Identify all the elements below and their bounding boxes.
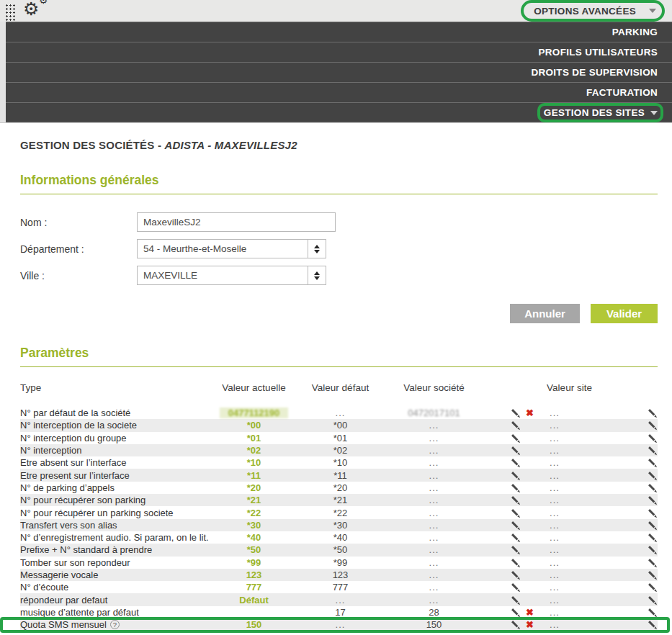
select-input[interactable]: 54 - Meurthe-et-Moselle bbox=[137, 239, 326, 258]
edit-pencil-icon[interactable] bbox=[510, 619, 521, 630]
edit-pencil-icon[interactable] bbox=[647, 582, 658, 593]
current-value: *99 bbox=[220, 557, 288, 568]
param-type: N° pour récupérer un parking societe bbox=[20, 508, 220, 518]
spinner-up-icon bbox=[314, 271, 320, 275]
edit-pencil-icon[interactable] bbox=[510, 544, 521, 555]
site-actions bbox=[569, 433, 658, 443]
site-value: ... bbox=[540, 407, 569, 418]
default-value: *50 bbox=[288, 544, 393, 555]
edit-pencil-icon[interactable] bbox=[647, 619, 658, 630]
spinner-control[interactable] bbox=[308, 266, 326, 284]
site-value: ... bbox=[540, 445, 569, 456]
chevron-down-icon bbox=[650, 111, 658, 115]
site-value: ... bbox=[540, 420, 569, 431]
field-label: Département : bbox=[20, 243, 137, 255]
select-input[interactable]: MAXEVILLE bbox=[137, 266, 326, 285]
param-type: Etre absent sur l’interface bbox=[20, 457, 220, 468]
edit-pencil-icon[interactable] bbox=[510, 470, 521, 481]
edit-pencil-icon[interactable] bbox=[510, 457, 521, 468]
cancel-button[interactable]: Annuler bbox=[510, 304, 580, 323]
delete-x-icon[interactable]: ✖ bbox=[526, 608, 534, 617]
edit-pencil-icon[interactable] bbox=[510, 407, 521, 418]
form-field: Département : 54 - Meurthe-et-Moselle bbox=[20, 239, 658, 258]
edit-pencil-icon[interactable] bbox=[510, 495, 521, 505]
table-row: musique d’attente par défaut 17 28 ✖ ... bbox=[20, 606, 658, 618]
menu-item[interactable]: FACTURATION bbox=[6, 82, 672, 102]
menu-item[interactable]: GESTION DES SITES bbox=[6, 102, 672, 122]
edit-pencil-icon[interactable] bbox=[510, 532, 521, 543]
menu-item[interactable]: DROITS DE SUPERVISION bbox=[6, 62, 672, 82]
edit-pencil-icon[interactable] bbox=[647, 532, 658, 543]
delete-x-icon[interactable]: ✖ bbox=[526, 408, 534, 418]
spinner-control[interactable] bbox=[308, 240, 326, 258]
edit-pencil-icon[interactable] bbox=[510, 607, 521, 618]
current-value: *40 bbox=[220, 532, 288, 543]
chevron-down-icon bbox=[649, 9, 656, 13]
edit-pencil-icon[interactable] bbox=[510, 508, 521, 518]
help-icon[interactable]: ? bbox=[110, 620, 120, 629]
edit-pencil-icon[interactable] bbox=[647, 407, 658, 418]
site-value: ... bbox=[540, 582, 569, 593]
form-field: Nom : bbox=[20, 212, 658, 232]
default-value: *40 bbox=[288, 532, 393, 543]
default-value: 17 bbox=[288, 607, 393, 618]
edit-pencil-icon[interactable] bbox=[510, 482, 521, 493]
site-value: ... bbox=[540, 532, 569, 543]
site-actions bbox=[569, 470, 658, 481]
edit-pencil-icon[interactable] bbox=[647, 457, 658, 468]
edit-pencil-icon[interactable] bbox=[510, 520, 521, 531]
spinner-down-icon bbox=[314, 250, 320, 253]
edit-pencil-icon[interactable] bbox=[647, 595, 658, 605]
settings-gears[interactable]: ⚙ ⚙ bbox=[23, 0, 55, 22]
site-value: ... bbox=[540, 495, 569, 505]
edit-pencil-icon[interactable] bbox=[647, 445, 658, 456]
parameters-table: Type Valeur actuelle Valeur défaut Valeu… bbox=[20, 382, 658, 631]
delete-x-icon[interactable]: ✖ bbox=[526, 620, 534, 629]
edit-pencil-icon[interactable] bbox=[510, 445, 521, 456]
default-value: 123 bbox=[288, 569, 393, 580]
section-divider bbox=[20, 194, 658, 194]
edit-pencil-icon[interactable] bbox=[647, 508, 658, 518]
menu-item[interactable]: PARKING bbox=[6, 22, 672, 42]
current-value: Défaut bbox=[220, 595, 288, 605]
param-type: N° par défaut de la société bbox=[20, 407, 220, 418]
edit-pencil-icon[interactable] bbox=[510, 433, 521, 443]
edit-pencil-icon[interactable] bbox=[647, 420, 658, 431]
edit-pencil-icon[interactable] bbox=[647, 520, 658, 531]
param-type: Messagerie vocale bbox=[20, 569, 220, 580]
edit-pencil-icon[interactable] bbox=[510, 557, 521, 568]
param-type: Prefixe + N° standard à prendre bbox=[20, 544, 220, 555]
edit-pencil-icon[interactable] bbox=[647, 495, 658, 505]
edit-pencil-icon[interactable] bbox=[510, 420, 521, 431]
edit-pencil-icon[interactable] bbox=[647, 433, 658, 443]
company-value: 0472017101 bbox=[393, 407, 475, 418]
text-input[interactable] bbox=[137, 212, 336, 232]
edit-pencil-icon[interactable] bbox=[647, 482, 658, 493]
topbar: ⚙ ⚙ OPTIONS AVANCÉES bbox=[0, 0, 672, 22]
drag-handle-icon[interactable] bbox=[4, 3, 17, 21]
submit-button[interactable]: Valider bbox=[591, 304, 658, 323]
advanced-options-dropdown[interactable]: OPTIONS AVANCÉES bbox=[529, 2, 660, 19]
menu-item[interactable]: PROFILS UTILISATEURS bbox=[6, 42, 672, 62]
edit-pencil-icon[interactable] bbox=[647, 557, 658, 568]
site-actions bbox=[569, 557, 658, 568]
company-value: 150 bbox=[393, 619, 475, 630]
edit-pencil-icon[interactable] bbox=[647, 569, 658, 580]
edit-pencil-icon[interactable] bbox=[510, 582, 521, 593]
table-row: répondeur par defaut Défaut ... ... ... bbox=[20, 593, 658, 605]
default-value: *22 bbox=[288, 508, 393, 518]
company-actions bbox=[475, 445, 540, 456]
edit-pencil-icon[interactable] bbox=[647, 544, 658, 555]
section-title-general-info: Informations générales bbox=[20, 173, 658, 188]
edit-pencil-icon[interactable] bbox=[510, 569, 521, 580]
menu-item-label: FACTURATION bbox=[586, 87, 658, 98]
edit-pencil-icon[interactable] bbox=[647, 607, 658, 618]
company-actions bbox=[475, 520, 540, 531]
select-value: MAXEVILLE bbox=[138, 266, 308, 284]
edit-pencil-icon[interactable] bbox=[510, 595, 521, 605]
company-value: ... bbox=[393, 508, 475, 518]
company-actions bbox=[475, 582, 540, 593]
edit-pencil-icon[interactable] bbox=[647, 470, 658, 481]
table-row: N° de parking d’appels *20 *20 ... ... bbox=[20, 482, 658, 494]
page-title: GESTION DES SOCIÉTÉS - ADISTA - MAXEVILL… bbox=[20, 139, 658, 151]
